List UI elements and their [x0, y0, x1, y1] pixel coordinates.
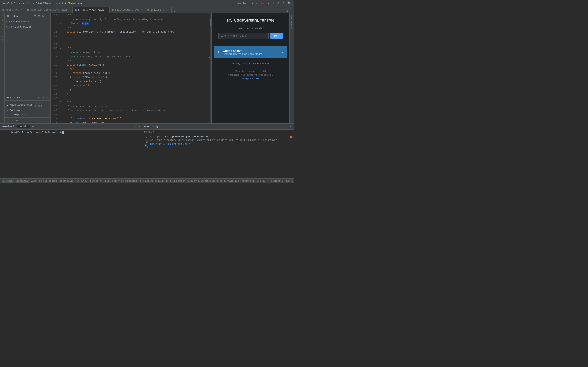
code-line: 35 }	[51, 88, 211, 92]
bottom-section: Terminal: Local ✕ + ⚙ — thvardhan@MacBoo…	[0, 123, 294, 178]
terminal-close-icon[interactable]: —	[138, 125, 140, 128]
tab-icon	[27, 9, 29, 11]
build-icon[interactable]: ⚙	[277, 1, 280, 6]
nav-strip-item3[interactable]: ⊞	[0, 23, 4, 25]
tab-close-icon[interactable]: ✕	[106, 9, 107, 11]
tab-abstract-file-manager[interactable]: AbstractFileManager.java ✕	[25, 7, 72, 13]
struct-tool7[interactable]: ●	[21, 20, 22, 23]
event-log-body: 24/06/20 ✉ 🗑 🔧 8:23 pm Clean up old outp…	[142, 130, 294, 178]
editor-settings-icon[interactable]: ⚙	[286, 9, 289, 13]
invitation-code-input[interactable]	[218, 33, 268, 39]
join-button[interactable]: Join	[270, 33, 283, 39]
struct-tool10[interactable]: ⊙	[28, 20, 30, 23]
status-todo[interactable]: 6: TODO	[2, 180, 14, 183]
status-terminal[interactable]: Terminal	[16, 180, 29, 183]
app-brand: MassFileRenamer	[2, 2, 25, 5]
chevron-right-icon: ›	[281, 50, 284, 54]
event-item: ✉ 🗑 🔧 8:23 pm Clean up old output direct…	[144, 134, 292, 149]
editor-close-icon[interactable]: —	[290, 9, 293, 13]
run-config[interactable]: UnitTests ▾	[237, 2, 253, 5]
favorites-settings2-icon[interactable]: ⚙	[42, 96, 44, 100]
struct-tool6[interactable]: ◆	[18, 20, 20, 23]
back-icon[interactable]: ←	[232, 1, 235, 5]
fav-remove-icon[interactable]: —	[15, 119, 18, 123]
favorites-title: Favorites	[6, 96, 37, 99]
tab-ifilesl[interactable]: IFilesl... ✕	[145, 7, 172, 13]
code-line: 43 String line = readLine();	[51, 121, 211, 123]
tab-cli-tokenizer[interactable]: CLITokenizer.java ✕	[73, 7, 110, 13]
event-delete-icon[interactable]: 🗑	[145, 140, 148, 143]
tab-close-icon[interactable]: ✕	[21, 8, 22, 11]
fav-edit-icon[interactable]: ✎	[11, 119, 14, 123]
terminal-body[interactable]: thvardhan@MacBook-Pro MassFileRenamer %	[0, 130, 142, 178]
code-line: 29 public String readLine(){	[51, 63, 211, 67]
cleanup-link[interactable]: Clean Up...	[150, 143, 165, 145]
coverage-icon[interactable]: ⚡	[267, 1, 270, 6]
nav-strip-item6[interactable]: ⊕	[0, 35, 4, 38]
structure-settings-icon[interactable]: ⚙	[42, 14, 44, 18]
nav-strip-item5[interactable]: ⊙	[0, 32, 4, 34]
terminal-tab-local[interactable]: Local ✕	[17, 125, 30, 128]
code-line: 34 return null;	[51, 83, 211, 88]
debug-icon[interactable]: 🐞	[260, 1, 265, 6]
tab-close-icon[interactable]: ✕	[141, 8, 143, 11]
sort-icon[interactable]: ⇅	[6, 20, 8, 23]
tree-item-cli-tokenizer[interactable]: ▶ ■ ◉ CLITokenizer	[6, 25, 49, 29]
tab-files-loader[interactable]: FilesLoader.java ✕	[110, 7, 145, 13]
codestream-signin: Already have an account? Sign In	[212, 62, 289, 65]
search-icon[interactable]: 🔍	[287, 1, 292, 6]
terminal-settings-icon[interactable]: ⚙	[135, 125, 137, 128]
favorites-close-icon[interactable]: —	[45, 96, 48, 100]
favorites-actions: + ✎ —	[5, 117, 50, 123]
struct-tool9[interactable]: ↺	[26, 20, 27, 23]
scrollbar[interactable]	[210, 13, 211, 123]
status-position[interactable]: 18:30	[286, 180, 293, 182]
nav-strip-item7[interactable]: ⌾	[0, 39, 4, 41]
terminal-header: Terminal: Local ✕ + ⚙ —	[0, 124, 142, 130]
signin-link[interactable]: Sign In	[262, 62, 269, 65]
nav-strip-item2[interactable]: ◉	[0, 18, 4, 22]
no-ask-link[interactable]: Do not ask again	[168, 143, 190, 145]
fav-check-icon: ✓	[7, 109, 9, 112]
codestream-label[interactable]: CodeStream	[290, 14, 294, 30]
fav-item-bookmarks[interactable]: ✓ Bookmarks	[6, 108, 49, 112]
event-log-settings-icon[interactable]: ⚙	[285, 125, 288, 128]
event-log-panel: Event Log ⚙ — 24/06/20 ✉ 🗑 🔧 8:23 pm Cle…	[142, 124, 294, 178]
tab-main-java[interactable]: Main.java ✕	[0, 7, 25, 13]
tab-more-icon[interactable]: ▾	[172, 9, 177, 13]
structure-expand-icon[interactable]: ⊞	[34, 14, 36, 18]
structure-close-icon[interactable]: —	[45, 14, 48, 18]
create-team-button[interactable]: + Create a team Get your dev team on Cod…	[214, 46, 287, 58]
event-log-close-icon[interactable]: —	[289, 125, 292, 128]
terminal-add-icon[interactable]: +	[32, 125, 34, 128]
struct-tool4[interactable]: ◎	[13, 20, 15, 23]
status-message: Clean up old output directories: An outp…	[31, 180, 284, 182]
structure-collapse-icon[interactable]: ⊟	[37, 14, 40, 18]
nav-strip-item4[interactable]: ✎	[0, 27, 4, 30]
struct-tool5[interactable]: ★	[16, 20, 17, 23]
stop-icon[interactable]: ■	[272, 1, 275, 5]
terminal-tab-close[interactable]: ✕	[27, 125, 28, 128]
fav-item-mass-file-renamer[interactable]: ★ MassFileRenamer auto-added	[6, 102, 49, 108]
on-prem-link[interactable]: Looking for on-prem?	[240, 77, 261, 80]
favorites-settings-icon[interactable]: ⚙	[37, 96, 40, 100]
settings-icon[interactable]: ⚙	[282, 1, 285, 6]
struct-tool8[interactable]: ▤	[23, 20, 25, 23]
tab-icon	[112, 9, 114, 11]
event-tool-icon[interactable]: 🔧	[145, 144, 148, 148]
tab-close-icon[interactable]: ✕	[168, 8, 169, 11]
tree-empty-icon: ■	[9, 25, 10, 28]
create-team-title: Create a team	[223, 49, 279, 52]
run-icon[interactable]: ▶	[255, 1, 258, 6]
terminal-panel: Terminal: Local ✕ + ⚙ — thvardhan@MacBoo…	[0, 124, 142, 178]
code-editor[interactable]: 17 /** 18 * Constructor primarily for te…	[51, 13, 211, 123]
code-line: 33 e.printStackTrace();	[51, 79, 211, 83]
fav-item-breakpoints[interactable]: ● Breakpoints	[6, 112, 49, 117]
struct-tool3[interactable]: ◉	[11, 20, 12, 23]
fav-add-icon[interactable]: +	[6, 119, 9, 123]
sort2-icon[interactable]: ⇅	[9, 20, 10, 23]
nav-strip-item[interactable]: ≡	[0, 15, 4, 17]
tab-close-icon[interactable]: ✕	[69, 8, 70, 11]
code-line: 36 }	[51, 92, 211, 96]
tab-icon	[75, 9, 77, 11]
